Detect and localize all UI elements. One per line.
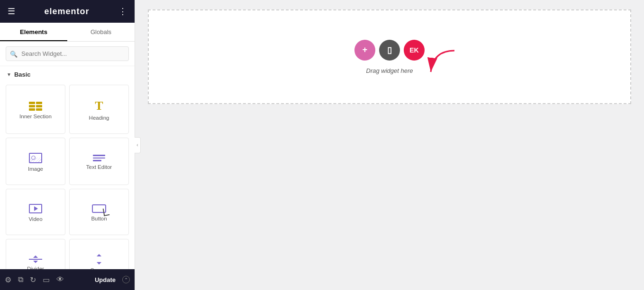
video-icon [29,204,42,213]
main-canvas: + ▯ EK Drag widget here [135,0,644,290]
settings-icon[interactable]: ⚙ [5,275,11,284]
inner-section-icon [29,102,42,111]
folder-button[interactable]: ▯ [379,40,400,61]
widget-video[interactable]: Video [6,189,65,235]
widget-button-label: Button [91,216,107,221]
add-widget-button[interactable]: + [354,40,375,61]
widget-action-buttons: + ▯ EK [354,40,425,61]
text-editor-icon [93,155,105,161]
section-basic-title[interactable]: ▼ Basic [0,66,135,81]
canvas-drop-area[interactable]: + ▯ EK Drag widget here [148,9,631,104]
update-button[interactable]: Update [95,276,116,283]
search-bar: 🔍 [0,42,135,66]
search-input[interactable] [6,46,129,61]
sidebar-header: ☰ elementor ⋮ [0,0,135,23]
widget-text-editor-label: Text Editor [86,164,112,170]
history-icon[interactable]: ↻ [30,275,36,284]
widget-text-editor[interactable]: Text Editor [69,138,129,185]
sidebar-footer: ⚙ ⧉ ↻ ▭ 👁 Update ⌃ [0,269,135,290]
search-icon: 🔍 [10,50,18,57]
widget-video-label: Video [28,216,42,222]
responsive-icon[interactable]: ▭ [43,275,50,284]
chevron-up-icon[interactable]: ⌃ [122,276,130,283]
menu-icon[interactable]: ☰ [8,6,15,17]
arrow-indicator [424,48,462,83]
sidebar: ☰ elementor ⋮ Elements Globals 🔍 ▼ Basic [0,0,135,290]
button-icon [92,204,106,213]
drag-drop-hint: Drag widget here [366,67,413,74]
layers-icon[interactable]: ⧉ [18,275,23,284]
widgets-grid: Inner Section T Heading Image [0,81,135,290]
tabs-row: Elements Globals [0,23,135,42]
tab-globals[interactable]: Globals [67,23,135,41]
image-icon [29,153,42,163]
app-logo: elementor [44,7,89,17]
eye-icon[interactable]: 👁 [56,275,64,284]
widget-image-label: Image [28,166,43,172]
widget-image[interactable]: Image [6,138,65,185]
widget-heading[interactable]: T Heading [69,85,129,134]
tab-elements[interactable]: Elements [0,23,67,41]
spacer-icon [93,254,105,264]
widget-heading-label: Heading [89,115,109,121]
ek-button[interactable]: EK [404,40,425,61]
heading-icon: T [95,100,103,112]
widget-inner-section[interactable]: Inner Section [6,85,65,134]
grid-icon[interactable]: ⋮ [118,6,127,17]
widget-inner-section-label: Inner Section [19,114,52,119]
widget-button[interactable]: Button [69,189,129,235]
divider-icon [29,255,42,263]
chevron-down-icon: ▼ [7,72,11,77]
collapse-handle[interactable]: ‹ [135,137,141,153]
